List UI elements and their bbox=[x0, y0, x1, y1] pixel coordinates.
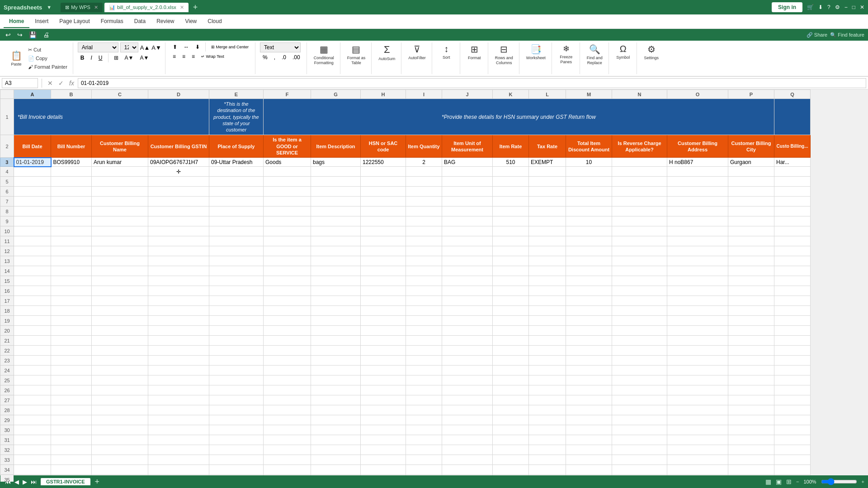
cell-H9[interactable] bbox=[361, 216, 406, 226]
file-tab[interactable]: 📊 bill_of_supply_v_2.0.0.xlsx ✕ bbox=[104, 3, 189, 12]
cell-Q5[interactable] bbox=[774, 177, 811, 187]
cell-L31[interactable] bbox=[529, 435, 566, 445]
cell-H17[interactable] bbox=[361, 296, 406, 306]
cell-E15[interactable] bbox=[209, 276, 264, 286]
confirm-formula-icon[interactable]: ✓ bbox=[57, 80, 66, 87]
cell-J33[interactable] bbox=[442, 455, 493, 465]
cell-A23[interactable] bbox=[14, 356, 51, 366]
cell-I8[interactable] bbox=[406, 206, 442, 216]
cell-E1[interactable]: *This is the destination of the product,… bbox=[209, 99, 264, 135]
col-header-F[interactable]: F bbox=[264, 90, 311, 99]
cell-C7[interactable] bbox=[92, 197, 148, 206]
symbol-btn[interactable]: Ω Symbol bbox=[614, 42, 632, 61]
cell-I13[interactable] bbox=[406, 256, 442, 266]
cell-P2[interactable]: Customer Billing City bbox=[728, 135, 774, 158]
cell-A20[interactable] bbox=[14, 326, 51, 336]
cell-M5[interactable] bbox=[566, 177, 612, 187]
cell-J34[interactable] bbox=[442, 465, 493, 475]
cell-I17[interactable] bbox=[406, 296, 442, 306]
cell-D28[interactable] bbox=[148, 405, 209, 415]
cell-E21[interactable] bbox=[209, 336, 264, 346]
cell-G29[interactable] bbox=[311, 415, 361, 425]
cell-M8[interactable] bbox=[566, 206, 612, 216]
cell-H12[interactable] bbox=[361, 246, 406, 256]
cell-O21[interactable] bbox=[667, 336, 728, 346]
cell-Q25[interactable] bbox=[774, 375, 811, 385]
row-header-21[interactable]: 21 bbox=[0, 336, 14, 346]
cell-L16[interactable] bbox=[529, 286, 566, 296]
cell-C6[interactable] bbox=[92, 187, 148, 197]
cell-C31[interactable] bbox=[92, 435, 148, 445]
cell-C19[interactable] bbox=[92, 316, 148, 326]
row-header-15[interactable]: 15 bbox=[0, 276, 14, 286]
cell-M31[interactable] bbox=[566, 435, 612, 445]
cell-N15[interactable] bbox=[612, 276, 667, 286]
cell-D14[interactable] bbox=[148, 266, 209, 276]
cell-E18[interactable] bbox=[209, 306, 264, 316]
cell-G22[interactable] bbox=[311, 346, 361, 356]
cell-H27[interactable] bbox=[361, 395, 406, 405]
cell-D2[interactable]: Customer Billing GSTIN bbox=[148, 135, 209, 158]
cell-G14[interactable] bbox=[311, 266, 361, 276]
cell-O7[interactable] bbox=[667, 197, 728, 206]
cell-K2[interactable]: Item Rate bbox=[493, 135, 529, 158]
cell-O19[interactable] bbox=[667, 316, 728, 326]
cell-O8[interactable] bbox=[667, 206, 728, 216]
cell-G33[interactable] bbox=[311, 455, 361, 465]
cell-A1[interactable]: *Bill Invoice details bbox=[14, 99, 209, 135]
cell-O27[interactable] bbox=[667, 395, 728, 405]
percent-btn[interactable]: % bbox=[260, 53, 270, 61]
cancel-formula-icon[interactable]: ✕ bbox=[46, 80, 55, 87]
cell-F11[interactable] bbox=[264, 236, 311, 246]
cell-P31[interactable] bbox=[728, 435, 774, 445]
cell-I34[interactable] bbox=[406, 465, 442, 475]
col-header-L[interactable]: L bbox=[529, 90, 566, 99]
cell-A18[interactable] bbox=[14, 306, 51, 316]
cell-H28[interactable] bbox=[361, 405, 406, 415]
cell-C20[interactable] bbox=[92, 326, 148, 336]
cell-A15[interactable] bbox=[14, 276, 51, 286]
cell-H24[interactable] bbox=[361, 366, 406, 375]
row-header-18[interactable]: 18 bbox=[0, 306, 14, 316]
cell-L21[interactable] bbox=[529, 336, 566, 346]
cell-D27[interactable] bbox=[148, 395, 209, 405]
cell-P22[interactable] bbox=[728, 346, 774, 356]
cell-I23[interactable] bbox=[406, 356, 442, 366]
row-header-9[interactable]: 9 bbox=[0, 216, 14, 226]
cell-B27[interactable] bbox=[51, 395, 92, 405]
cell-J23[interactable] bbox=[442, 356, 493, 366]
cell-F16[interactable] bbox=[264, 286, 311, 296]
cell-J30[interactable] bbox=[442, 425, 493, 435]
cell-D34[interactable] bbox=[148, 465, 209, 475]
add-sheet-btn[interactable]: + bbox=[93, 477, 102, 487]
conditional-formatting-btn[interactable]: ▦ ConditionalFormatting bbox=[311, 42, 336, 67]
cell-G17[interactable] bbox=[311, 296, 361, 306]
cell-F24[interactable] bbox=[264, 366, 311, 375]
cell-K34[interactable] bbox=[493, 465, 529, 475]
cell-G30[interactable] bbox=[311, 425, 361, 435]
cell-E4[interactable] bbox=[209, 167, 264, 177]
cell-P5[interactable] bbox=[728, 177, 774, 187]
cell-I26[interactable] bbox=[406, 385, 442, 395]
tab-page-layout[interactable]: Page Layout bbox=[54, 15, 95, 28]
cell-O5[interactable] bbox=[667, 177, 728, 187]
cell-F28[interactable] bbox=[264, 405, 311, 415]
increase-font-btn[interactable]: A▲ bbox=[140, 44, 150, 51]
cell-L28[interactable] bbox=[529, 405, 566, 415]
cell-N25[interactable] bbox=[612, 375, 667, 385]
row-header-2[interactable]: 2 bbox=[0, 135, 14, 158]
cell-J4[interactable] bbox=[442, 167, 493, 177]
cell-B28[interactable] bbox=[51, 405, 92, 415]
cell-P33[interactable] bbox=[728, 455, 774, 465]
cell-F10[interactable] bbox=[264, 226, 311, 236]
align-middle-btn[interactable]: ↔ bbox=[181, 42, 192, 52]
cell-H5[interactable] bbox=[361, 177, 406, 187]
cell-Q14[interactable] bbox=[774, 266, 811, 276]
cell-P27[interactable] bbox=[728, 395, 774, 405]
cell-Q27[interactable] bbox=[774, 395, 811, 405]
cell-H13[interactable] bbox=[361, 256, 406, 266]
cell-D17[interactable] bbox=[148, 296, 209, 306]
cell-P25[interactable] bbox=[728, 375, 774, 385]
cell-E17[interactable] bbox=[209, 296, 264, 306]
cell-A33[interactable] bbox=[14, 455, 51, 465]
